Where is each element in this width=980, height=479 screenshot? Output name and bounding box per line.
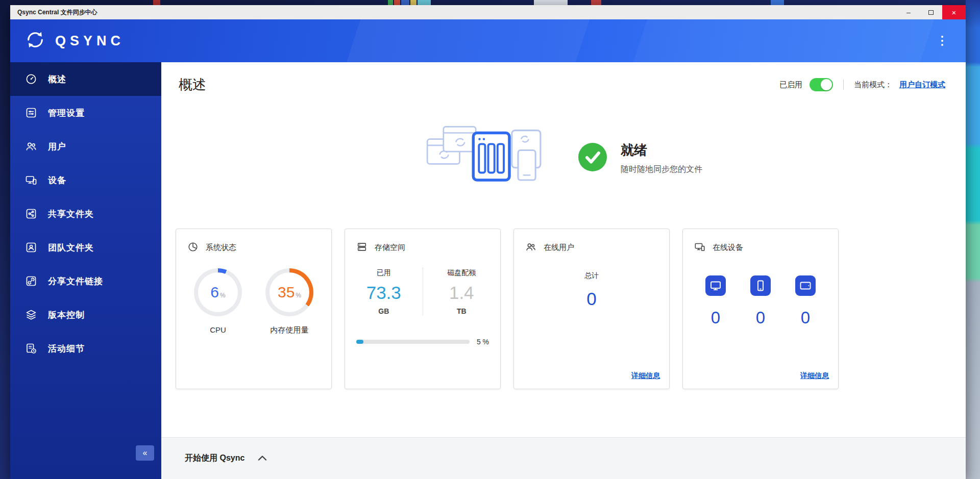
- layers-icon: [24, 308, 38, 321]
- more-options-button[interactable]: [933, 36, 951, 46]
- status-title: 就绪: [621, 141, 702, 159]
- close-button[interactable]: ×: [942, 5, 966, 19]
- users-icon: [24, 140, 38, 153]
- current-mode-label: 当前模式：: [854, 80, 892, 90]
- sidebar-item-activity-details[interactable]: 活动细节: [10, 332, 161, 365]
- devices-details-link[interactable]: 详细信息: [800, 371, 829, 381]
- sidebar-item-label: 活动细节: [48, 343, 85, 355]
- users-details-link[interactable]: 详细信息: [631, 371, 660, 381]
- online-users-count: 0: [514, 289, 669, 309]
- wallpaper-fragment: [394, 0, 400, 5]
- wallpaper-fragment: [591, 0, 601, 5]
- progress-fill: [356, 340, 363, 344]
- online-users-card: 在线用户 总计 0 详细信息: [513, 229, 670, 389]
- tablet-count: 0: [794, 308, 817, 327]
- tablet-icon: [795, 275, 816, 296]
- quota-unit: TB: [423, 307, 501, 315]
- enabled-toggle[interactable]: [810, 78, 833, 91]
- share-folder-icon: [24, 207, 38, 220]
- sidebar-item-label: 管理设置: [48, 107, 85, 119]
- storage-icon: [356, 241, 368, 254]
- wallpaper-fragment: [153, 0, 160, 5]
- card-title: 存储空间: [375, 243, 405, 253]
- storage-percent: 5 %: [477, 338, 489, 346]
- card-title: 系统状态: [206, 243, 236, 253]
- sync-arrows-icon: [24, 29, 46, 53]
- users-icon: [525, 241, 536, 254]
- minimize-button[interactable]: –: [897, 5, 920, 19]
- used-unit: GB: [345, 307, 423, 315]
- computer-count: 0: [704, 308, 727, 327]
- used-value: 73.3: [345, 283, 423, 303]
- sidebar-item-label: 版本控制: [48, 309, 85, 321]
- storage-usage-bar: 5 %: [356, 338, 489, 346]
- sidebar-item-users[interactable]: 用户: [10, 130, 161, 163]
- top-controls: 已启用 当前模式： 用户自订模式: [779, 78, 945, 91]
- status-subtitle: 随时随地同步您的文件: [621, 164, 702, 175]
- overview-cards: 系统状态 6 % CPU: [176, 229, 945, 389]
- storage-used: 已用 73.3 GB: [345, 267, 423, 315]
- wallpaper-fragment: [388, 0, 393, 5]
- cpu-label: CPU: [194, 325, 242, 334]
- sidebar-item-label: 用户: [48, 141, 66, 153]
- getting-started-bar[interactable]: 开始使用 Qsync: [161, 437, 966, 479]
- sidebar: 概述 管理设置 用户: [10, 62, 161, 479]
- chevron-up-icon[interactable]: [258, 454, 267, 463]
- sidebar-item-share-file-links[interactable]: 分享文件链接: [10, 264, 161, 298]
- used-label: 已用: [345, 268, 423, 278]
- window-title: Qsync Central 文件同步中心: [17, 8, 97, 17]
- quota-label: 磁盘配额: [423, 268, 501, 278]
- devices-icon: [24, 173, 38, 187]
- overview-icon: [24, 72, 38, 86]
- computer-count-column: 0: [704, 275, 727, 327]
- pie-chart-icon: [187, 241, 199, 254]
- progress-track: [356, 340, 470, 344]
- sync-status: 就绪 随时随地同步您的文件: [578, 141, 702, 175]
- toggle-knob: [821, 79, 832, 90]
- maximize-button[interactable]: [920, 5, 942, 19]
- tablet-count-column: 0: [794, 275, 817, 327]
- page-title: 概述: [179, 75, 206, 94]
- main-content: 概述 已启用 当前模式： 用户自订模式: [161, 62, 966, 479]
- mode-link[interactable]: 用户自订模式: [899, 80, 945, 90]
- wallpaper-fragment: [418, 0, 431, 5]
- wallpaper-fragment: [410, 0, 416, 5]
- sidebar-item-devices[interactable]: 设备: [10, 163, 161, 197]
- wallpaper-fragment: [534, 0, 568, 5]
- getting-started-label: 开始使用 Qsync: [185, 453, 244, 464]
- sliders-icon: [24, 106, 38, 119]
- main-header-row: 概述 已启用 当前模式： 用户自订模式: [176, 62, 945, 94]
- sidebar-item-overview[interactable]: 概述: [10, 62, 161, 96]
- memory-unit: %: [296, 292, 301, 299]
- memory-label: 内存使用量: [265, 325, 313, 335]
- quota-value: 1.4: [423, 283, 501, 303]
- phone-count-column: 0: [749, 275, 772, 327]
- cpu-value: 6: [210, 284, 219, 301]
- sidebar-item-management-settings[interactable]: 管理设置: [10, 96, 161, 130]
- memory-gauge: 35 % 内存使用量: [265, 268, 313, 335]
- cpu-gauge: 6 % CPU: [194, 268, 242, 335]
- total-label: 总计: [514, 271, 669, 281]
- success-check-icon: [578, 142, 607, 174]
- link-icon: [24, 274, 38, 288]
- computer-icon: [705, 275, 726, 296]
- sidebar-item-team-folders[interactable]: 团队文件夹: [10, 231, 161, 264]
- storage-quota: 磁盘配额 1.4 TB: [423, 267, 501, 315]
- online-devices-card: 在线设备 0: [682, 229, 839, 389]
- sidebar-item-label: 共享文件夹: [48, 208, 94, 220]
- team-folder-icon: [24, 241, 38, 254]
- sidebar-item-label: 设备: [48, 174, 66, 186]
- sidebar-item-shared-folders[interactable]: 共享文件夹: [10, 197, 161, 231]
- sidebar-collapse-button[interactable]: «: [136, 445, 154, 461]
- sidebar-item-version-control[interactable]: 版本控制: [10, 298, 161, 332]
- sidebar-item-label: 概述: [48, 73, 66, 85]
- wallpaper-fragment: [401, 0, 409, 5]
- sidebar-item-label: 分享文件链接: [48, 275, 103, 287]
- sidebar-item-label: 团队文件夹: [48, 242, 94, 254]
- system-status-card: 系统状态 6 % CPU: [176, 229, 332, 389]
- titlebar: Qsync Central 文件同步中心 – ×: [10, 5, 966, 19]
- wallpaper-right-strip: [966, 0, 980, 479]
- app-header: QSYNC: [10, 19, 966, 62]
- card-title: 在线用户: [544, 243, 574, 253]
- phone-count: 0: [749, 308, 772, 327]
